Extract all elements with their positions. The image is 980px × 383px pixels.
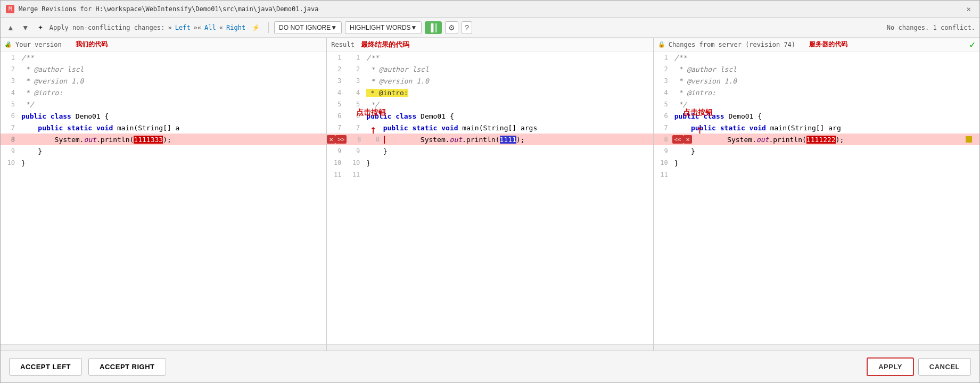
center-rnum-9: 9 <box>345 147 364 155</box>
center-rnum-2: 2 <box>345 65 364 73</box>
apply-left-link[interactable]: Left <box>175 24 191 31</box>
right-code-7: public static void main(String[] arg <box>672 124 979 132</box>
accept-left-button[interactable]: ACCEPT LEFT <box>9 358 82 376</box>
right-scrollbar[interactable] <box>654 344 979 351</box>
center-lnum-1: 1 <box>327 54 345 61</box>
wand-button[interactable]: ⚡ <box>249 22 263 33</box>
center-code-6: public class Demo01 { <box>364 112 653 120</box>
apply-label: Apply non-conflicting changes: <box>50 24 165 31</box>
left-linenum-4: 4 <box>1 89 19 96</box>
center-panel-title: Result <box>331 41 354 48</box>
next-change-button[interactable]: ▼ <box>20 22 31 33</box>
left-line-4: 4 * @intro: <box>1 87 326 98</box>
center-line-1: 1 1 /** <box>327 52 653 63</box>
double-arrow-all-left: »« <box>194 24 201 31</box>
right-linenum-4: 4 <box>654 89 672 96</box>
content-area: ✓ 🔒 Your version 我们的代码 1 /** 2 * @author <box>1 38 979 351</box>
right-linenum-3: 3 <box>654 77 672 85</box>
left-code-9: } <box>19 147 326 155</box>
center-code-8: System.out.println(1111); <box>384 136 653 144</box>
center-lnum-2: 2 <box>327 65 345 73</box>
center-code-3: * @version 1.0 <box>364 77 653 85</box>
toolbar: ▲ ▼ ✦ Apply non-conflicting changes: » L… <box>1 18 979 38</box>
right-arrow-button[interactable]: << <box>672 135 683 144</box>
right-code-3: * @version 1.0 <box>672 77 979 85</box>
do-not-ignore-button[interactable]: DO NOT IGNORE▼ <box>274 21 342 34</box>
left-code-1: /** <box>19 54 326 62</box>
magic-button[interactable]: ✦ <box>35 22 46 33</box>
center-line-10: 10 10 } <box>327 157 653 169</box>
right-code-area[interactable]: 1 /** 2 * @author lscl 3 * @version 1.0 … <box>654 52 979 344</box>
left-code-8: System.out.println(1111333); <box>19 136 326 144</box>
left-panel-annotation: 我们的代码 <box>76 40 108 49</box>
left-code-area[interactable]: 1 /** 2 * @author lscl 3 * @version 1.0 <box>1 52 326 344</box>
center-code-7: public static void main(String[] args <box>364 124 653 132</box>
center-line-4: 4 4 * @intro: <box>327 87 653 98</box>
center-lnum-3: 3 <box>327 77 345 85</box>
left-linenum-5: 5 <box>1 101 19 108</box>
right-code-10: } <box>672 159 979 167</box>
right-red-arrow-icon: ↑ <box>696 124 703 136</box>
left-linenum-7: 7 <box>1 124 19 131</box>
left-arrow-button[interactable]: >> <box>335 135 347 144</box>
accept-right-button[interactable]: ACCEPT RIGHT <box>88 358 166 376</box>
left-linenum-9: 9 <box>1 147 19 155</box>
center-panel: Result 最终结果的代码 1 1 /** 2 2 * @author lsc… <box>327 38 653 351</box>
center-lnum-10: 10 <box>327 159 345 166</box>
right-x-button[interactable]: ✕ <box>683 135 692 144</box>
center-lnum-9: 9 <box>327 147 345 155</box>
center-code-5: */ <box>364 101 653 109</box>
cancel-button[interactable]: CANCEL <box>918 358 971 376</box>
apply-right-link[interactable]: Right <box>226 24 245 31</box>
left-red-arrow-icon: ↑ <box>369 124 376 136</box>
center-line-3: 3 3 * @version 1.0 <box>327 75 653 87</box>
center-rnum-3: 3 <box>345 77 364 85</box>
left-click-annotation: 点击按钮 <box>356 108 386 118</box>
settings-button[interactable]: ⚙ <box>445 21 458 34</box>
left-line-3: 3 * @version 1.0 <box>1 75 326 87</box>
center-lnum-7: 7 <box>327 124 345 131</box>
center-scrollbar[interactable] <box>327 344 653 351</box>
help-button[interactable]: ? <box>462 21 472 34</box>
right-click-annotation: 点击按钮 <box>683 108 713 118</box>
close-button[interactable]: × <box>963 4 974 14</box>
right-code-2: * @author lscl <box>672 65 979 73</box>
right-linenum-9: 9 <box>654 147 672 155</box>
center-rnum-1: 1 <box>345 54 364 61</box>
left-line-5: 5 */ <box>1 98 326 110</box>
right-code-4: * @intro: <box>672 89 979 97</box>
center-code-area[interactable]: 1 1 /** 2 2 * @author lscl 3 3 * @versio… <box>327 52 653 344</box>
left-scrollbar[interactable] <box>1 344 326 351</box>
highlight-words-button[interactable]: HIGHLIGHT WORDS▼ <box>345 21 422 34</box>
center-code-9: } <box>364 147 653 155</box>
center-line-9: 9 9 } <box>327 145 653 157</box>
right-panel-title: Changes from server (revision 74) <box>669 41 795 48</box>
app-icon: M <box>6 5 14 13</box>
right-line-10: 10 } <box>654 157 979 169</box>
center-rnum-8: 8 <box>365 136 384 143</box>
columns-button[interactable]: ▐║ <box>425 21 442 34</box>
left-linenum-3: 3 <box>1 77 19 85</box>
right-linenum-11: 11 <box>654 171 672 178</box>
left-linenum-8: 8 <box>1 136 19 143</box>
right-line-4: 4 * @intro: <box>654 87 979 98</box>
left-panel: ✓ 🔒 Your version 我们的代码 1 /** 2 * @author <box>1 38 327 351</box>
left-code-5: */ <box>19 101 326 109</box>
left-x-button[interactable]: ✕ <box>327 135 335 144</box>
right-code-6: public class Demo01 { <box>672 112 979 120</box>
center-lnum-6: 6 <box>327 112 345 120</box>
left-code-2: * @author lscl <box>19 65 326 73</box>
left-line-1: 1 /** <box>1 52 326 63</box>
apply-button[interactable]: APPLY <box>867 357 914 376</box>
center-lnum-11: 11 <box>327 171 345 178</box>
left-code-7: public static void main(String[] a <box>19 124 326 132</box>
center-panel-annotation: 最终结果的代码 <box>361 40 409 49</box>
left-linenum-6: 6 <box>1 112 19 120</box>
right-code-9: } <box>672 147 979 155</box>
left-linenum-10: 10 <box>1 159 19 166</box>
prev-change-button[interactable]: ▲ <box>5 22 17 33</box>
apply-all-link[interactable]: All <box>204 24 216 31</box>
center-rnum-5: 5 <box>345 101 364 108</box>
right-line-3: 3 * @version 1.0 <box>654 75 979 87</box>
center-rnum-7: 7 <box>345 124 364 131</box>
